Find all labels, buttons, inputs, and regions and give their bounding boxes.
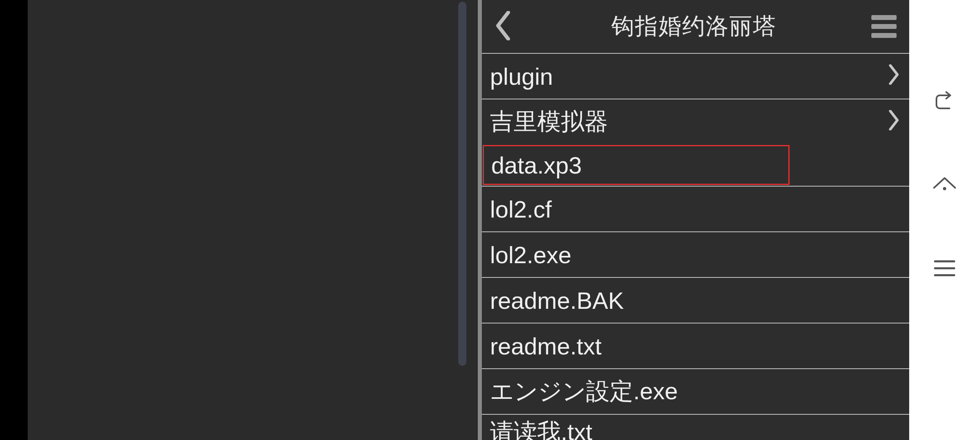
- left-content-pane: [0, 0, 478, 440]
- file-row[interactable]: lol2.cf: [482, 186, 909, 231]
- folder-title: 钩指婚约洛丽塔: [520, 11, 868, 42]
- hamburger-icon: [871, 24, 897, 29]
- system-nav-bar: [909, 0, 980, 440]
- file-name-label: lol2.exe: [490, 241, 571, 268]
- chevron-right-icon: [887, 108, 899, 136]
- recent-apps-icon: [934, 267, 955, 269]
- file-browser-pane: 钩指婚约洛丽塔 plugin吉里模拟器data.xp3lol2.cflol2.e…: [478, 0, 909, 440]
- file-row[interactable]: エンジン設定.exe: [482, 368, 909, 414]
- folder-row[interactable]: 吉里模拟器: [482, 99, 909, 144]
- file-name-label: エンジン設定.exe: [490, 376, 678, 407]
- recent-apps-icon: [934, 274, 955, 276]
- hamburger-icon: [871, 33, 897, 38]
- back-icon: [934, 91, 955, 114]
- folder-row[interactable]: plugin: [482, 53, 909, 99]
- file-row[interactable]: lol2.exe: [482, 231, 909, 277]
- file-row[interactable]: data.xp3: [483, 145, 790, 185]
- file-row[interactable]: readme.BAK: [482, 277, 909, 323]
- system-back-button[interactable]: [930, 88, 959, 117]
- file-name-label: 请读我.txt: [490, 416, 592, 440]
- back-button[interactable]: [488, 10, 520, 43]
- file-name-label: plugin: [490, 63, 553, 90]
- recent-apps-icon: [934, 260, 955, 262]
- system-home-button[interactable]: [930, 171, 959, 200]
- file-row[interactable]: 请读我.txt: [482, 414, 909, 440]
- file-browser-header: 钩指婚约洛丽塔: [482, 0, 909, 53]
- file-name-label: data.xp3: [491, 152, 582, 179]
- file-name-label: readme.txt: [490, 332, 602, 360]
- chevron-left-icon: [495, 11, 513, 42]
- file-list[interactable]: plugin吉里模拟器data.xp3lol2.cflol2.exereadme…: [482, 53, 909, 440]
- scrollbar-thumb[interactable]: [458, 2, 466, 366]
- system-recent-button[interactable]: [930, 253, 959, 283]
- chevron-right-icon: [887, 63, 899, 90]
- file-name-label: readme.BAK: [490, 287, 624, 314]
- file-name-label: lol2.cf: [490, 196, 552, 223]
- home-icon: [932, 176, 957, 195]
- file-row[interactable]: readme.txt: [482, 323, 909, 368]
- file-name-label: 吉里模拟器: [490, 106, 608, 138]
- hamburger-icon: [871, 15, 897, 20]
- menu-button[interactable]: [868, 10, 900, 43]
- svg-point-0: [943, 187, 946, 190]
